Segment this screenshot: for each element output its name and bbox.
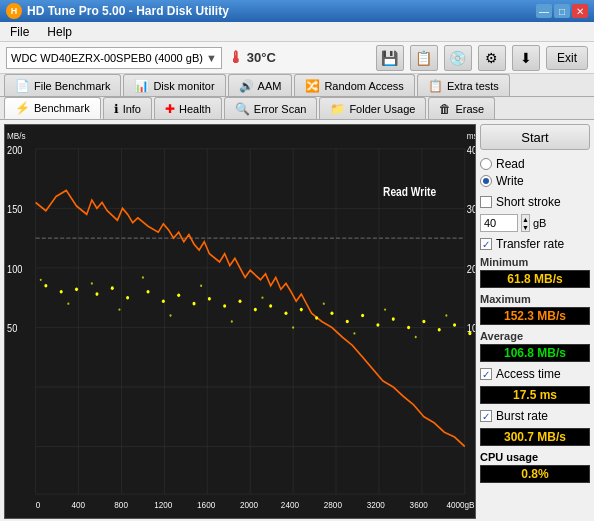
write-radio-item[interactable]: Write [480,174,590,188]
spin-control[interactable]: ▲ ▼ [521,214,530,232]
svg-point-77 [261,296,263,298]
write-label: Write [496,174,524,188]
tab-folder-usage-label: Folder Usage [349,103,415,115]
close-button[interactable]: ✕ [572,4,588,18]
maximize-button[interactable]: □ [554,4,570,18]
read-radio-item[interactable]: Read [480,157,590,171]
svg-point-53 [238,299,241,303]
svg-point-80 [353,332,355,334]
erase-icon: 🗑 [439,102,451,116]
short-stroke-checkbox-item[interactable]: Short stroke [480,195,590,209]
svg-text:800: 800 [114,500,128,511]
random-access-icon: 🔀 [305,79,320,93]
transfer-rate-checkbox[interactable] [480,238,492,250]
burst-rate-checkbox-item[interactable]: Burst rate [480,409,590,423]
toolbar-btn-2[interactable]: 📋 [410,45,438,71]
svg-text:1200: 1200 [154,500,172,511]
maximum-label: Maximum [480,293,590,305]
tab-file-benchmark[interactable]: 📄 File Benchmark [4,74,121,96]
svg-text:0: 0 [36,500,41,511]
toolbar-btn-1[interactable]: 💾 [376,45,404,71]
toolbar: WDC WD40EZRX-00SPEB0 (4000 gB) ▼ 🌡 30°C … [0,42,594,74]
svg-point-83 [445,314,447,316]
maximum-section: Maximum 152.3 MB/s [480,293,590,325]
spin-up[interactable]: ▲ [522,215,529,223]
benchmark-icon: ⚡ [15,101,30,115]
tab-aam[interactable]: 🔊 AAM [228,74,293,96]
tab-benchmark[interactable]: ⚡ Benchmark [4,97,101,119]
short-stroke-input[interactable]: 40 [480,214,518,232]
svg-point-78 [292,326,294,328]
title-bar-left: H HD Tune Pro 5.00 - Hard Disk Utility [6,3,229,19]
disk-size: (4000 gB) [155,52,203,64]
svg-point-41 [44,284,47,288]
access-time-value: 17.5 ms [480,386,590,404]
transfer-rate-label: Transfer rate [496,237,564,251]
access-time-checkbox-item[interactable]: Access time [480,367,590,381]
svg-point-79 [323,302,325,304]
burst-rate-value: 300.7 MB/s [480,428,590,446]
svg-text:MB/s: MB/s [7,131,26,142]
svg-point-47 [147,290,150,294]
minimum-value: 61.8 MB/s [480,270,590,288]
tab-error-scan[interactable]: 🔍 Error Scan [224,97,318,119]
minimize-button[interactable]: — [536,4,552,18]
svg-text:3200: 3200 [367,500,385,511]
menu-bar: File Help [0,22,594,42]
tab-health[interactable]: ✚ Health [154,97,222,119]
svg-text:50: 50 [7,323,18,335]
tab-erase-label: Erase [455,103,484,115]
start-button[interactable]: Start [480,124,590,150]
toolbar-btn-5[interactable]: ⬇ [512,45,540,71]
svg-text:150: 150 [7,203,23,215]
toolbar-btn-3[interactable]: 💿 [444,45,472,71]
average-value: 106.8 MB/s [480,344,590,362]
file-benchmark-icon: 📄 [15,79,30,93]
average-section: Average 106.8 MB/s [480,330,590,362]
burst-rate-section: 300.7 MB/s [480,428,590,446]
menu-file[interactable]: File [6,23,33,41]
svg-point-72 [118,308,120,310]
svg-point-55 [269,304,272,308]
tab-aam-label: AAM [258,80,282,92]
error-scan-icon: 🔍 [235,102,250,116]
spin-down[interactable]: ▼ [522,223,529,231]
tab-info-label: Info [123,103,141,115]
tab-info[interactable]: ℹ Info [103,97,152,119]
write-radio[interactable] [480,175,492,187]
svg-point-74 [170,314,172,316]
tab-random-access[interactable]: 🔀 Random Access [294,74,414,96]
burst-rate-checkbox[interactable] [480,410,492,422]
cpu-section: CPU usage 0.8% [480,451,590,483]
cpu-usage-value: 0.8% [480,465,590,483]
svg-text:30: 30 [467,203,475,215]
menu-help[interactable]: Help [43,23,76,41]
radio-group: Read Write [480,155,590,190]
tab-erase[interactable]: 🗑 Erase [428,97,495,119]
svg-text:40: 40 [467,144,475,156]
health-icon: ✚ [165,102,175,116]
read-radio[interactable] [480,158,492,170]
app-icon: H [6,3,22,19]
transfer-rate-checkbox-item[interactable]: Transfer rate [480,237,590,251]
toolbar-btn-4[interactable]: ⚙ [478,45,506,71]
burst-rate-label: Burst rate [496,409,548,423]
svg-point-81 [384,308,386,310]
benchmark-chart: 200 150 100 50 MB/s 40 30 20 10 ms 0 400… [5,125,475,518]
bottom-tab-bar: ⚡ Benchmark ℹ Info ✚ Health 🔍 Error Scan… [0,97,594,120]
access-time-checkbox[interactable] [480,368,492,380]
svg-point-67 [453,323,456,327]
svg-text:200: 200 [7,144,23,156]
tab-folder-usage[interactable]: 📁 Folder Usage [319,97,426,119]
tab-disk-monitor[interactable]: 📊 Disk monitor [123,74,225,96]
disk-selector[interactable]: WDC WD40EZRX-00SPEB0 (4000 gB) ▼ [6,47,222,69]
svg-text:4000gB: 4000gB [446,500,474,511]
svg-point-51 [208,297,211,301]
short-stroke-checkbox[interactable] [480,196,492,208]
svg-point-49 [177,294,180,298]
extra-tests-icon: 📋 [428,79,443,93]
title-controls: — □ ✕ [536,4,588,18]
tab-extra-tests[interactable]: 📋 Extra tests [417,74,510,96]
exit-button[interactable]: Exit [546,46,588,70]
svg-point-48 [162,299,165,303]
